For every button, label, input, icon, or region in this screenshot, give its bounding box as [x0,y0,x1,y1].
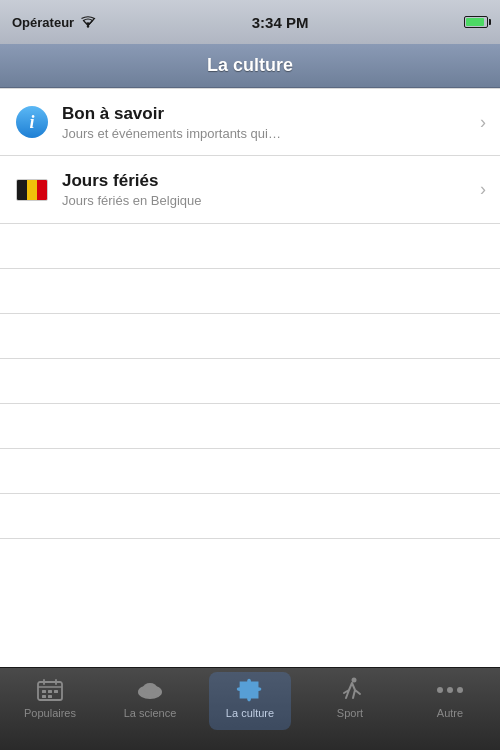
tab-la-culture[interactable]: La culture [200,674,300,721]
cloud-icon [134,676,166,704]
runner-icon [334,676,366,704]
operator-label: Opérateur [12,15,74,30]
status-bar-left: Opérateur [12,15,96,30]
svg-point-0 [87,25,89,27]
puzzle-icon [234,676,266,704]
tab-label-la-science: La science [124,707,177,719]
flag-icon-container [14,172,50,208]
empty-row [0,494,500,539]
empty-row [0,449,500,494]
tab-la-science[interactable]: La science [100,674,200,721]
status-bar-time: 3:34 PM [252,14,309,31]
tab-label-autre: Autre [437,707,463,719]
svg-point-16 [447,687,453,693]
svg-rect-8 [42,695,46,698]
status-bar-right [464,16,488,28]
empty-rows [0,224,500,539]
nav-bar: La culture [0,44,500,88]
item-text-jours-feries: Jours fériés Jours fériés en Belgique [62,171,472,208]
svg-rect-6 [48,690,52,693]
info-circle-icon: i [16,106,48,138]
chevron-right-icon: › [480,112,486,133]
item-subtitle-jours-feries: Jours fériés en Belgique [62,193,472,208]
info-icon-container: i [14,104,50,140]
battery-fill [466,18,484,26]
battery-icon [464,16,488,28]
svg-point-14 [352,678,357,683]
svg-point-15 [437,687,443,693]
flag-stripe-red [37,180,47,200]
content-area: i Bon à savoir Jours et événements impor… [0,88,500,667]
svg-point-13 [143,683,157,693]
calendar-icon [34,676,66,704]
tab-populaires[interactable]: Populaires [0,674,100,721]
tab-sport[interactable]: Sport [300,674,400,721]
tab-autre[interactable]: Autre [400,674,500,721]
list-item-bon-a-savoir[interactable]: i Bon à savoir Jours et événements impor… [0,88,500,156]
empty-row [0,314,500,359]
list-item-jours-feries[interactable]: Jours fériés Jours fériés en Belgique › [0,156,500,224]
nav-title: La culture [207,55,293,76]
item-title-jours-feries: Jours fériés [62,171,472,191]
item-text-bon-a-savoir: Bon à savoir Jours et événements importa… [62,104,472,141]
svg-rect-9 [48,695,52,698]
tab-label-sport: Sport [337,707,363,719]
status-bar: Opérateur 3:34 PM [0,0,500,44]
dots-icon [434,676,466,704]
tab-label-populaires: Populaires [24,707,76,719]
list-container: i Bon à savoir Jours et événements impor… [0,88,500,539]
wifi-icon [80,16,96,28]
svg-rect-5 [42,690,46,693]
svg-rect-7 [54,690,58,693]
chevron-right-icon: › [480,179,486,200]
flag-stripe-black [17,180,27,200]
tab-label-la-culture: La culture [226,707,274,719]
empty-row [0,359,500,404]
item-title-bon-a-savoir: Bon à savoir [62,104,472,124]
belgium-flag-icon [16,179,48,201]
flag-stripe-yellow [27,180,37,200]
item-subtitle-bon-a-savoir: Jours et événements importants qui… [62,126,472,141]
empty-row [0,269,500,314]
tab-bar: Populaires La science La culture [0,667,500,750]
svg-point-17 [457,687,463,693]
empty-row [0,224,500,269]
empty-row [0,404,500,449]
